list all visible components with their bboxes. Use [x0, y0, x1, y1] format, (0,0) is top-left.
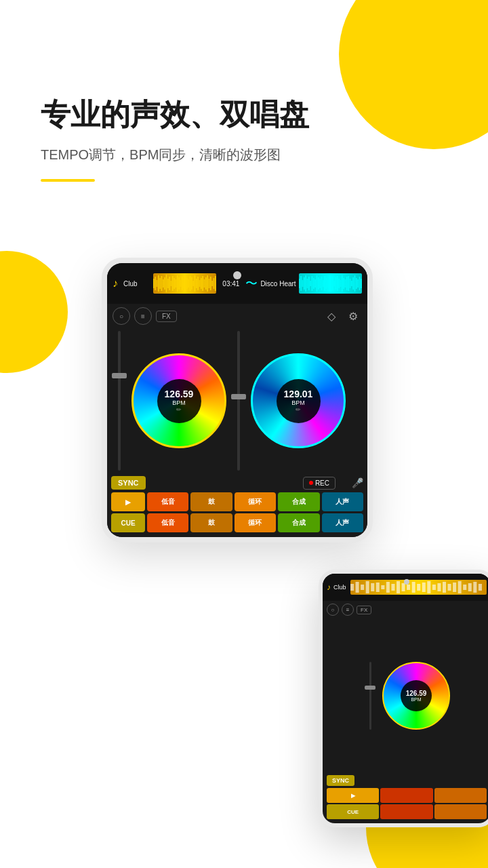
svg-rect-70: [346, 277, 348, 290]
phone-mockup-1: ♪ Club: [102, 258, 373, 542]
dj2-music-icon: ♪: [327, 583, 331, 592]
svg-rect-27: [196, 279, 197, 288]
svg-rect-77: [357, 279, 359, 288]
dj2-pad-red1[interactable]: [380, 788, 432, 803]
turntable-right[interactable]: 129.01 BPM ✏: [251, 353, 346, 448]
svg-rect-28: [197, 277, 199, 290]
svg-rect-98: [443, 582, 446, 593]
left-fader[interactable]: [110, 331, 129, 471]
pad-synth1[interactable]: 合成: [278, 492, 319, 511]
svg-rect-92: [411, 582, 415, 593]
diamond-btn[interactable]: ◇: [323, 307, 340, 325]
dj2-pad-orange1[interactable]: [434, 788, 487, 803]
dj2-pads-row2: CUE: [327, 804, 487, 819]
pad-bass1[interactable]: 低音: [147, 492, 188, 511]
dj2-sync-btn[interactable]: SYNC: [327, 775, 354, 786]
svg-rect-46: [308, 277, 310, 290]
dj2-pad-cue[interactable]: CUE: [327, 804, 379, 819]
pads-row-1: ▶ 低音 鼓 循环 合成 人声: [111, 492, 363, 511]
dj2-pad-orange2[interactable]: [434, 804, 487, 819]
mic-icon[interactable]: 🎤: [352, 477, 363, 488]
svg-rect-73: [351, 281, 352, 286]
dj2-controls: ○ ≡ FX: [323, 601, 488, 618]
svg-rect-57: [325, 278, 327, 289]
svg-rect-67: [342, 275, 343, 292]
middle-fader[interactable]: [229, 331, 248, 471]
svg-rect-66: [340, 280, 341, 287]
dj2-pad-play[interactable]: ▶: [327, 788, 379, 803]
turntable-left[interactable]: 126.59 BPM ✏: [131, 353, 226, 448]
dj2-fader[interactable]: [363, 662, 377, 730]
dj2-eq-btn[interactable]: ≡: [342, 604, 354, 616]
svg-rect-65: [338, 279, 340, 288]
phone2-camera: [404, 579, 409, 585]
gear-btn[interactable]: ⚙: [344, 307, 362, 325]
svg-rect-20: [185, 275, 186, 292]
svg-rect-6: [163, 279, 164, 288]
fx-btn[interactable]: FX: [156, 311, 177, 322]
pad-vocal2[interactable]: 人声: [322, 513, 363, 532]
svg-rect-95: [427, 581, 430, 593]
music-icon: ♪: [113, 277, 118, 290]
svg-rect-17: [180, 280, 182, 287]
svg-rect-5: [161, 276, 163, 291]
pad-cue[interactable]: CUE: [111, 513, 145, 532]
svg-rect-91: [407, 585, 410, 590]
pad-loop2[interactable]: 循环: [235, 513, 276, 532]
fader-thumb-mid: [231, 394, 246, 399]
svg-rect-12: [172, 276, 174, 291]
svg-rect-100: [453, 583, 456, 592]
fader-thumb-left: [112, 373, 127, 378]
dj2-deck: 126.59 BPM: [323, 618, 488, 772]
svg-rect-51: [316, 275, 317, 292]
equalizer-btn[interactable]: ≡: [134, 307, 152, 325]
bpm1-edit: ✏: [176, 406, 182, 413]
svg-rect-74: [352, 277, 354, 290]
svg-rect-19: [183, 279, 184, 288]
svg-rect-68: [343, 278, 344, 289]
dj2-circle-btn[interactable]: ○: [327, 604, 339, 616]
dj2-pad-red2[interactable]: [380, 804, 432, 819]
svg-rect-89: [396, 581, 400, 593]
svg-rect-9: [167, 279, 169, 288]
svg-rect-97: [437, 583, 441, 591]
pad-drum1[interactable]: 鼓: [190, 492, 232, 511]
pad-play[interactable]: ▶: [111, 492, 145, 511]
bpm2-value: 129.01: [284, 389, 313, 399]
sync-button[interactable]: SYNC: [111, 476, 146, 490]
dj-decks-row: 126.59 BPM ✏ 129.01 BPM ✏: [107, 328, 367, 473]
svg-rect-18: [182, 277, 183, 290]
dj2-turntable[interactable]: 126.59 BPM: [382, 662, 450, 730]
phone-camera: [233, 271, 241, 279]
svg-rect-79: [361, 279, 362, 288]
rec-button[interactable]: REC: [303, 477, 336, 490]
dj2-fader-thumb: [365, 686, 375, 690]
pad-synth2[interactable]: 合成: [278, 513, 319, 532]
svg-rect-44: [305, 275, 306, 292]
svg-rect-88: [391, 584, 394, 591]
dj-interface: ♪ Club: [107, 263, 367, 537]
svg-rect-105: [478, 584, 481, 591]
dj2-fx-btn[interactable]: FX: [357, 606, 371, 614]
track2-label: Disco Heart: [260, 280, 296, 288]
svg-rect-21: [186, 278, 188, 289]
dj2-pads-row1: ▶: [327, 788, 487, 803]
pad-loop1[interactable]: 循环: [235, 492, 276, 511]
svg-rect-83: [365, 581, 369, 593]
svg-rect-80: [350, 584, 354, 591]
phone-mockup-2: ♪ Club: [319, 570, 488, 827]
pad-vocal1[interactable]: 人声: [322, 492, 363, 511]
waveform-left: [153, 273, 216, 294]
svg-rect-86: [381, 585, 384, 589]
rec-dot: [309, 481, 313, 485]
pad-drum2[interactable]: 鼓: [190, 513, 232, 532]
pad-bass2[interactable]: 低音: [147, 513, 188, 532]
svg-rect-45: [306, 279, 308, 288]
svg-rect-3: [158, 275, 159, 292]
pads-row-2: CUE 低音 鼓 循环 合成 人声: [111, 513, 363, 532]
svg-rect-25: [192, 281, 194, 286]
bpm2-label: BPM: [291, 399, 305, 406]
bpm1-value: 126.59: [165, 389, 194, 399]
circle-btn[interactable]: ○: [113, 307, 130, 325]
turntable-inner-left: 126.59 BPM ✏: [157, 379, 201, 423]
